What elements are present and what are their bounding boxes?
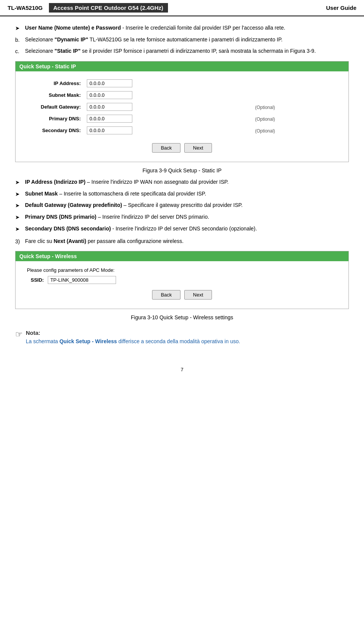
primary-dns-desc-text: – Inserire l'indirizzo IP del server DNS… [98,214,209,220]
page-title: Access Point CPE Outdoor G54 (2.4GHz) [49,3,168,13]
static-ip-next-button[interactable]: Next [184,143,212,153]
main-content: ➤ User Name (Nome utente) e Password - I… [0,20,364,355]
arrow-subnet-icon: ➤ [15,190,25,199]
primary-dns-bold: Primary DNS (DNS primario) [25,214,96,220]
subnet-mask-desc: ➤ Subnet Mask – Inserire la sottomascher… [15,190,349,199]
wireless-next-button[interactable]: Next [184,290,212,300]
arrow-pdns-icon: ➤ [15,213,25,222]
secondary-dns-optional: (Optional) [255,128,275,134]
guide-label: User Guide [326,5,356,11]
secondary-dns-label: Secondary DNS: [23,125,84,136]
static-ip-bold: "Static IP" [55,48,81,54]
step3: 3) Fare clic su Next (Avanti) per passar… [15,237,349,246]
page-header: TL-WA5210G Access Point CPE Outdoor G54 … [0,0,364,16]
ip-address-row: IP Address: [23,77,341,89]
wireless-back-button[interactable]: Back [152,290,180,300]
selezionare2-text: Selezionare [25,48,55,54]
primary-dns-row: Primary DNS: (Optional) [23,113,341,125]
ip-address-desc-text: – Inserire l'indirizzo IP WAN non assegn… [87,179,229,185]
default-gateway-cell [84,101,250,113]
note-content: Nota: La schermata Quick Setup - Wireles… [26,330,240,345]
secondary-dns-cell [84,125,250,136]
default-gateway-row: Default Gateway: (Optional) [23,101,341,113]
note-box: ☞ Nota: La schermata Quick Setup - Wirel… [15,327,349,348]
dynamic-ip-rest: TL-WA5210G se la rete fornisce automatic… [89,36,282,43]
secondary-dns-desc-text: - Inserire l'indirizzo IP del server DNS… [112,226,257,232]
secondary-dns-bold: Secondary DNS (DNS secondario) [25,226,111,232]
secondary-dns-input[interactable] [87,126,132,134]
note-text-rest: differisce a seconda della modalità oper… [118,338,240,344]
arrow-sdns-icon: ➤ [15,225,25,233]
secondary-dns-row: Secondary DNS: (Optional) [23,125,341,136]
note-label: Nota: [26,330,40,336]
step3-text: Fare clic su [25,238,53,244]
ip-address-cell [84,77,250,89]
static-ip-rest: se il provider ISP fornisce i parametri … [82,48,316,54]
wireless-btn-row: Back Next [23,288,341,303]
arrow-gw-icon: ➤ [15,201,25,210]
b-prefix: b. [15,36,25,44]
primary-dns-input[interactable] [87,115,132,123]
subnet-mask-row: Subnet Mask: [23,89,341,101]
step3-rest: per passare alla configurazione wireless… [88,238,184,244]
page-number: 7 [0,367,364,376]
wireless-screenshot: Quick Setup - Wireless Please config par… [15,251,349,309]
bullet-dynamic-ip: b. Selezionare "Dynamic IP" TL-WA5210G s… [15,36,349,44]
ssid-input[interactable] [48,276,116,284]
default-gateway-optional: (Optional) [255,105,275,110]
note-icon: ☞ [15,330,23,339]
default-gw-bold: Default Gateway (Gateway predefinito) [25,202,122,208]
c-prefix: c. [15,47,25,56]
figure-3-10-caption: Figura 3-10 Quick Setup - Wireless setti… [15,314,349,320]
ssid-row: SSID: [31,276,341,284]
dynamic-ip-bold: "Dynamic IP" [55,36,88,43]
default-gw-desc: ➤ Default Gateway (Gateway predefinito) … [15,201,349,210]
step3-next-bold: Next (Avanti) [53,238,86,244]
primary-dns-label: Primary DNS: [23,113,84,125]
subnet-mask-input[interactable] [87,91,132,99]
selezionare-text: Selezionare [25,36,55,43]
step3-num: 3) [15,237,25,246]
secondary-dns-desc: ➤ Secondary DNS (DNS secondario) - Inser… [15,225,349,233]
primary-dns-desc: ➤ Primary DNS (DNS primario) – Inserire … [15,213,349,222]
bullet-username: ➤ User Name (Nome utente) e Password - I… [15,24,349,33]
static-ip-btn-row: Back Next [23,141,341,156]
ssid-label: SSID: [31,277,44,283]
default-gw-desc-text: – Specificare il gateway prescritto dal … [124,202,243,208]
bullet-static-ip: c. Selezionare "Static IP" se il provide… [15,47,349,56]
username-bold: User Name (Nome utente) e Password [25,25,121,31]
username-text: - Inserire le credenziali fornite dal pr… [122,25,286,31]
default-gateway-input[interactable] [87,103,132,111]
figure-3-9-caption: Figura 3-9 Quick Setup - Static IP [15,167,349,173]
default-gateway-label: Default Gateway: [23,101,84,113]
arrow-ip-icon: ➤ [15,178,25,187]
note-text: La schermata Quick Setup - Wireless diff… [26,338,240,345]
apc-mode-desc: Please config parameters of APC Mode: [27,267,341,273]
model-name: TL-WA5210G [8,5,43,11]
note-text-bold: Quick Setup - Wireless [60,338,117,344]
arrow-icon: ➤ [15,24,25,33]
static-ip-back-button[interactable]: Back [152,143,180,153]
note-text-pre: La schermata [26,338,60,344]
primary-dns-optional: (Optional) [255,117,275,122]
ip-address-desc: ➤ IP Address (Indirizzo IP) – Inserire l… [15,178,349,187]
static-ip-form: IP Address: Subnet Mask: Default Gateway… [23,77,341,136]
subnet-mask-cell [84,89,250,101]
static-ip-screenshot: Quick Setup - Static IP IP Address: Subn… [15,61,349,162]
wireless-header: Quick Setup - Wireless [16,251,348,261]
ip-address-input[interactable] [87,79,132,87]
subnet-mask-desc-text: – Inserire la sottomaschera di rete spec… [59,191,206,197]
subnet-mask-bold: Subnet Mask [25,191,58,197]
ip-address-label: IP Address: [23,77,84,89]
primary-dns-cell [84,113,250,125]
ip-address-bold: IP Address (Indirizzo IP) [25,179,85,185]
static-ip-header: Quick Setup - Static IP [16,62,348,71]
subnet-mask-label: Subnet Mask: [23,89,84,101]
wireless-body: Please config parameters of APC Mode: SS… [16,261,348,309]
static-ip-body: IP Address: Subnet Mask: Default Gateway… [16,71,348,162]
